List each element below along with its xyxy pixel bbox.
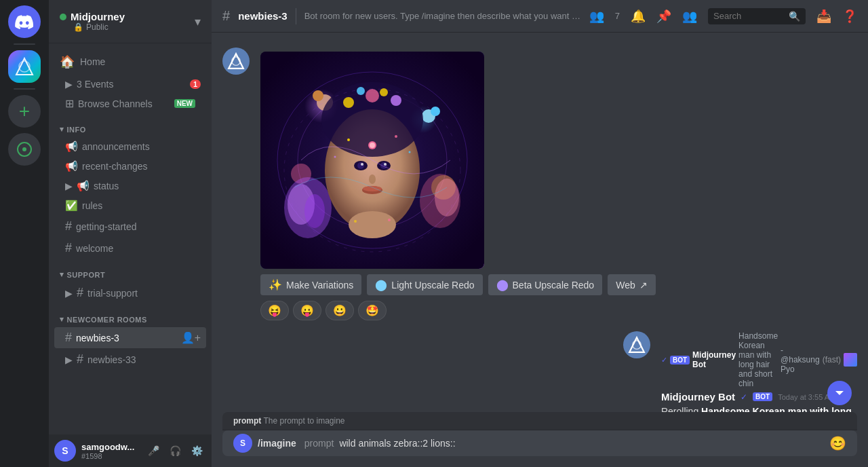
svg-point-39 [347,138,350,141]
channel-list: 🏠 Home ▶ 3 Events 1 ⊞ Browse Channels NE… [49,43,212,434]
svg-point-42 [409,151,411,153]
input-area: prompt The prompt to imagine S /imagine … [212,412,868,467]
sidebar-item-getting-started[interactable]: # getting-started [54,216,206,237]
message-input-wrapper: S /imagine prompt 😊 [222,430,857,456]
command-arg: prompt [304,438,334,449]
search-icon: 🔍 [789,11,800,22]
sidebar-item-home[interactable]: 🏠 Home [49,49,212,75]
rules-icon: ✅ [65,200,78,212]
add-server-button[interactable]: + [8,95,41,128]
message-input[interactable] [339,430,824,456]
make-variations-button[interactable]: ✨ Make Variations [260,274,361,295]
mute-button[interactable]: 🎤 [144,441,163,460]
newbies33-chevron: ▶ [65,354,73,365]
home-icon: 🏠 [60,54,75,69]
status-label: status [94,181,119,191]
channel-header-hash-icon: # [222,8,230,24]
category-info[interactable]: ▾ INFO [54,114,206,136]
pin-icon[interactable]: 📌 [656,9,671,24]
sidebar-item-browse[interactable]: ⊞ Browse Channels NEW [54,94,206,113]
newbies-3-label: newbies-3 [76,333,119,343]
category-chevron-icon: ▾ [60,125,64,134]
help-icon[interactable]: ❓ [842,9,857,24]
svg-point-25 [366,89,379,102]
main-content: # newbies-3 Bot room for new users. Type… [212,0,868,467]
user-avatar: S [54,440,76,462]
newbies33-hash-icon: # [77,352,83,367]
message-group-reroll: ✓ BOT Midjourney Bot Handsome Korean man… [212,329,868,412]
web-button[interactable]: Web ↗ [608,274,656,295]
beta-upscale-icon: ⬤ [496,278,509,291]
prompt-hint: prompt The prompt to imagine [222,412,857,430]
beta-upscale-redo-button[interactable]: ⬤ Beta Upscale Redo [488,274,603,295]
sidebar-item-announcements[interactable]: 📢 announcements [54,137,206,156]
sidebar-item-events[interactable]: ▶ 3 Events 1 [54,75,206,93]
category-newcomer[interactable]: ▾ NEWCOMER ROOMS [54,304,206,326]
server-divider [14,43,35,45]
server-public-label: 🔒 Public [73,22,125,32]
svg-point-27 [357,87,365,95]
verified-icon-ref: ✓ [661,356,667,365]
add-member-icon[interactable]: 👤+ [181,331,201,344]
sidebar-item-newbies-3[interactable]: # newbies-3 👤+ [54,327,206,348]
server-icon-midjourney[interactable] [8,50,41,83]
sidebar-item-recent-changes[interactable]: 📢 recent-changes [54,157,206,176]
channel-topic: Bot room for new users. Type /imagine th… [304,11,581,21]
reaction-tongue[interactable]: 😛 [293,301,321,320]
sidebar-item-newbies-33[interactable]: ▶ # newbies-33 [54,349,206,370]
command-prefix: /imagine [258,438,296,449]
ref-mention: - @haksung Pyo [781,345,820,374]
message-text-2: Rerolling Handsome Korean man with long … [661,405,857,412]
light-upscale-icon: ⬤ [375,278,387,291]
user-controls: 🎤 🎧 ⚙️ [144,441,206,460]
user-settings-button[interactable]: ⚙️ [187,441,206,460]
prompt-hint-text: The prompt to imagine [263,416,344,426]
trial-support-hash-icon: # [77,286,83,300]
message-author-2: Midjourney Bot [661,391,735,403]
light-upscale-redo-button[interactable]: ⬤ Light Upscale Redo [367,274,482,295]
status-chevron-icon: ▶ [65,181,73,191]
inbox-icon[interactable]: 📥 [816,9,831,24]
reaction-starstruck[interactable]: 🤩 [358,301,387,320]
deafen-button[interactable]: 🎧 [165,441,184,460]
server-divider-2 [14,88,35,90]
search-input[interactable] [713,11,783,21]
explore-servers-button[interactable] [8,133,41,166]
ref-speed: (fast) [823,355,841,365]
channel-sidebar: Midjourney 🔒 Public ▾ 🏠 Home ▶ 3 Events … [49,0,212,467]
ref-thumbnail [844,353,857,367]
svg-point-46 [370,143,375,148]
events-icon: ▶ [65,79,73,90]
category-support[interactable]: ▾ SUPPORT [54,259,206,282]
reaction-grimace[interactable]: 😝 [260,301,289,320]
recent-changes-icon: 📢 [65,160,78,172]
members-panel-icon[interactable]: 👥 [682,9,697,24]
user-discriminator: #1598 [81,452,138,460]
status-icon: 📢 [77,180,90,192]
messages-area[interactable]: ✨ Make Variations ⬤ Light Upscale Redo ⬤… [212,33,868,412]
emoji-button[interactable]: 😊 [829,435,846,451]
sidebar-item-welcome[interactable]: # welcome [54,238,206,259]
newcomer-chevron-icon: ▾ [60,315,64,324]
svg-point-14 [313,90,323,101]
sidebar-item-rules[interactable]: ✅ rules [54,196,206,215]
sidebar-item-status[interactable]: ▶ 📢 status [54,176,206,195]
header-divider [296,8,296,24]
server-header[interactable]: Midjourney 🔒 Public ▾ [49,0,212,43]
scroll-to-bottom-button[interactable] [827,381,852,405]
notification-icon[interactable]: 🔔 [631,9,646,24]
svg-point-16 [431,107,440,116]
member-count-icon: 👥 [589,9,604,24]
welcome-hash-icon: # [65,241,72,255]
svg-point-26 [391,95,401,106]
channel-header: # newbies-3 Bot room for new users. Type… [212,0,868,33]
recent-changes-label: recent-changes [82,161,148,172]
search-bar[interactable]: 🔍 [708,8,806,24]
reaction-grin[interactable]: 😀 [326,301,354,320]
sidebar-item-trial-support[interactable]: ▶ # trial-support [54,282,206,303]
online-status-dot [60,14,66,20]
discord-home-button[interactable] [8,5,41,38]
message-group-image: ✨ Make Variations ⬤ Light Upscale Redo ⬤… [212,43,868,326]
svg-point-40 [395,135,397,138]
hash-icon: # [65,219,72,234]
